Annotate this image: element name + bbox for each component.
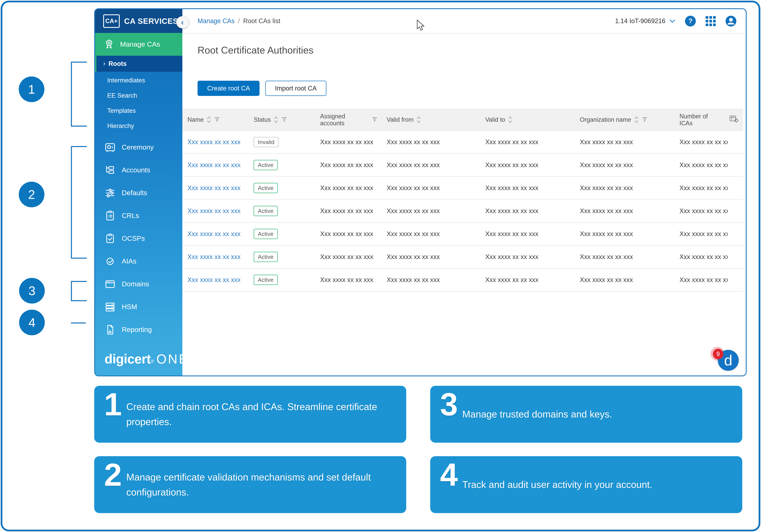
sidebar-item-domains[interactable]: Domains [95,273,182,295]
version-selector[interactable]: 1.14 IoT-9069216 [615,17,675,25]
icas-cell: Xxx xxxx xx xx xxx [674,161,728,169]
create-root-ca-button[interactable]: Create root CA [198,81,260,96]
sidebar-item-ceremony[interactable]: Ceremony [95,136,182,159]
column-label: Valid from [387,116,414,123]
status-badge: Active [254,275,278,285]
sidebar-subitem-hierarchy[interactable]: Hierarchy [95,118,182,134]
mouse-cursor-icon [416,20,425,31]
valid-from-cell: Xxx xxxx xx xx xxx [381,184,480,192]
ca-name-link[interactable]: Xxx xxxx xx xx xxx [182,276,249,283]
digicert-one-logo: digicert®ONE [95,351,182,376]
column-header-status[interactable]: Status [249,116,315,124]
sidebar-item-crls[interactable]: CRLs [95,204,182,227]
sidebar-item-ocsps[interactable]: OCSPs [95,227,182,250]
help-button[interactable]: ? [685,16,696,27]
sidebar-item-label: CRLs [122,212,139,220]
sidebar-item-accounts[interactable]: Accounts [95,159,182,182]
sidebar-subitem-roots[interactable]: › Roots [96,56,182,72]
icas-cell: Xxx xxxx xx xx xxx [674,207,728,214]
main-area: Manage CAs / Root CAs list 1.14 IoT-9069… [182,9,746,376]
ca-name-link[interactable]: Xxx xxxx xx xx xxx [182,253,249,261]
card-text: Manage trusted domains and keys. [462,407,612,422]
ribbon-icon [103,38,115,50]
column-header-valid-to[interactable]: Valid to [480,116,575,124]
sidebar-collapse-button[interactable]: ‹ [176,16,189,29]
clipboard-check-icon [104,233,116,245]
sidebar-item-aias[interactable]: AIAs [95,250,182,273]
clipboard-list-icon [104,210,116,222]
manage-cas-subitems: Intermediates EE Search Templates Hierar… [95,72,182,136]
table-row[interactable]: Xxx xxxx xx xx xxx Active Xxx xxxx xx xx… [182,200,743,222]
vault-icon [104,142,116,153]
ca-name-link[interactable]: Xxx xxxx xx xx xxx [182,139,249,146]
filter-icon[interactable] [281,117,287,123]
column-header-organization-name[interactable]: Organization name [575,116,674,124]
callout-bracket-2 [71,146,87,259]
app-switcher-button[interactable] [706,16,716,26]
sidebar-item-label: OCSPs [122,235,145,242]
column-header-number-of-icas: Number of ICAs [674,113,728,127]
valid-from-cell: Xxx xxxx xx xx xxx [381,230,480,238]
callout-circle-4: 4 [19,310,45,335]
column-header-assigned-accounts[interactable]: Assigned accounts [315,113,381,127]
column-label: Number of ICAs [679,113,718,127]
callout-bracket-3 [71,281,87,301]
callout-circle-3: 3 [19,278,45,304]
sidebar-item-hsm[interactable]: HSM [95,295,182,318]
table-row[interactable]: Xxx xxxx xx xx xxx Active Xxx xxxx xx xx… [182,246,743,268]
ca-name-link[interactable]: Xxx xxxx xx xx xxx [182,161,249,169]
table-row[interactable]: Xxx xxxx xx xx xxx Active Xxx xxxx xx xx… [182,268,743,291]
filter-icon[interactable] [214,117,220,123]
column-settings[interactable] [728,115,743,125]
assigned-accounts-cell: Xxx xxxx xx xx xxx [315,184,381,192]
sidebar-item-reporting[interactable]: Reporting [95,318,182,341]
breadcrumb-separator: / [238,17,240,25]
sliders-icon [104,187,116,199]
card-number: 1 [104,388,122,420]
sort-icon[interactable] [273,116,279,124]
import-root-ca-button[interactable]: Import root CA [265,81,326,96]
icas-cell: Xxx xxxx xx xx xxx [674,184,728,192]
page-title: Root Certificate Authorities [198,44,746,56]
status-badge: Active [254,160,278,170]
sort-icon[interactable] [206,116,211,124]
digicert-d-icon: d [724,352,732,369]
chevron-right-icon: › [103,60,105,67]
action-buttons: Create root CA Import root CA [198,81,746,96]
sidebar-subitem-templates[interactable]: Templates [95,103,182,118]
callout-bracket-1 [71,62,87,127]
sidebar-header: CA+ CA SERVICES [95,9,182,33]
sidebar-item-label: Reporting [122,326,152,333]
table-row[interactable]: Xxx xxxx xx xx xxx Active Xxx xxxx xx xx… [182,154,743,177]
valid-to-cell: Xxx xxxx xx xx xxx [480,161,575,169]
table-row[interactable]: Xxx xxxx xx xx xxx Active Xxx xxxx xx xx… [182,177,743,200]
user-icon [726,16,736,27]
breadcrumb: Manage CAs / Root CAs list [198,17,280,25]
sort-icon[interactable] [416,116,421,124]
ca-name-link[interactable]: Xxx xxxx xx xx xxx [182,207,249,214]
assigned-accounts-cell: Xxx xxxx xx xx xxx [315,207,381,214]
sidebar-subitem-intermediates[interactable]: Intermediates [95,73,182,88]
column-label: Status [254,116,271,123]
ca-name-link[interactable]: Xxx xxxx xx xx xxx [182,184,249,192]
table-header: Name Status Assigned accounts Val [182,109,743,131]
table-row[interactable]: Xxx xxxx xx xx xxx Active Xxx xxxx xx xx… [182,222,743,246]
breadcrumb-manage-cas[interactable]: Manage CAs [198,17,235,25]
sidebar-subitem-ee-search[interactable]: EE Search [95,88,182,103]
sidebar-item-manage-cas[interactable]: Manage CAs [95,33,182,56]
sort-icon[interactable] [508,116,513,124]
table-row[interactable]: Xxx xxxx xx xx xxx Invalid Xxx xxxx xx x… [182,131,743,154]
sidebar-item-label: Defaults [122,189,147,197]
sidebar-item-defaults[interactable]: Defaults [95,182,182,204]
column-settings-icon[interactable] [729,115,739,125]
column-header-name[interactable]: Name [182,116,249,124]
organization-cell: Xxx xxxx xx xx xxx [575,139,674,146]
column-header-valid-from[interactable]: Valid from [381,116,480,124]
sort-icon[interactable] [634,116,639,124]
filter-icon[interactable] [642,117,648,123]
root-ca-table: Name Status Assigned accounts Val [182,109,743,291]
card-number: 2 [104,458,122,491]
ca-name-link[interactable]: Xxx xxxx xx xx xxx [182,230,249,238]
filter-icon[interactable] [372,117,378,123]
account-button[interactable] [726,16,736,27]
